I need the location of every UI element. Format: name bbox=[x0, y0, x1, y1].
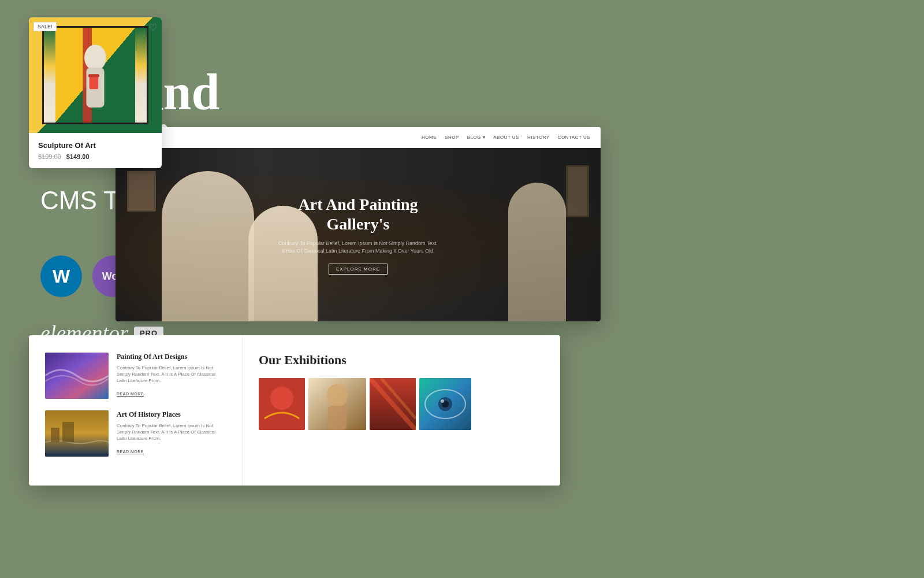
svg-point-16 bbox=[270, 387, 293, 410]
product-info: Sculpture Of Art $199.00 $149.00 bbox=[29, 133, 162, 168]
nav-links: HOME SHOP BLOG ▾ ABOUT US HISTORY CONTAC… bbox=[422, 135, 590, 140]
svg-rect-6 bbox=[88, 74, 99, 77]
bottom-screenshot: Painting Of Art Designs Contrary To Popu… bbox=[29, 335, 560, 486]
read-more-1[interactable]: READ MORE bbox=[117, 392, 144, 397]
exhibitions-section: Our Exhibitions bbox=[243, 335, 560, 486]
product-name: Sculpture Of Art bbox=[38, 141, 152, 150]
svg-rect-10 bbox=[568, 167, 587, 216]
nav-about[interactable]: ABOUT US bbox=[493, 135, 519, 140]
blog-post-1: Painting Of Art Designs Contrary To Popu… bbox=[45, 353, 226, 399]
exhibition-thumb-3 bbox=[370, 378, 416, 430]
blog-image-1 bbox=[45, 353, 109, 399]
main-website-screenshot: MUZEU HOME SHOP BLOG ▾ ABOUT US HISTORY … bbox=[116, 127, 601, 321]
svg-rect-14 bbox=[62, 422, 74, 442]
wordpress-icon: W bbox=[53, 266, 70, 287]
heart-icon[interactable]: ♡ bbox=[149, 22, 157, 33]
exhibition-thumb-2 bbox=[308, 378, 366, 430]
exhibitions-grid bbox=[259, 378, 544, 430]
nav-history[interactable]: HISTORY bbox=[527, 135, 550, 140]
wordpress-badge[interactable]: W bbox=[40, 255, 82, 297]
website-nav: MUZEU HOME SHOP BLOG ▾ ABOUT US HISTORY … bbox=[116, 127, 601, 148]
nav-shop[interactable]: SHOP bbox=[445, 135, 459, 140]
statue-silhouette-left bbox=[162, 171, 254, 321]
blog-post-title-2: Art Of History Places bbox=[117, 410, 226, 420]
blog-thumb-2 bbox=[45, 410, 109, 457]
blog-thumb-1 bbox=[45, 353, 109, 399]
blog-post-title-1: Painting Of Art Designs bbox=[117, 353, 226, 362]
nav-contact[interactable]: CONTACT US bbox=[558, 135, 590, 140]
price-old: $199.00 bbox=[38, 153, 61, 160]
svg-point-3 bbox=[84, 45, 106, 71]
explore-more-button[interactable]: EXPLORE MORE bbox=[329, 264, 388, 275]
hero-content: Art And PaintingGallery's Contrary To Po… bbox=[277, 195, 439, 274]
nav-home[interactable]: HOME bbox=[422, 135, 437, 140]
svg-rect-13 bbox=[51, 428, 59, 442]
blog-post-desc-2: Contrary To Popular Belief, Lorem ipsum … bbox=[117, 423, 226, 442]
exhibition-thumb-1 bbox=[259, 378, 305, 430]
svg-point-25 bbox=[441, 399, 444, 403]
svg-rect-5 bbox=[90, 75, 99, 89]
product-image: SALE! ♡ bbox=[29, 17, 162, 133]
exhibitions-title: Our Exhibitions bbox=[259, 353, 544, 368]
blog-post-desc-1: Contrary To Popular Belief, Lorem ipsum … bbox=[117, 365, 226, 384]
nav-blog[interactable]: BLOG ▾ bbox=[467, 135, 485, 140]
price-new: $149.00 bbox=[66, 153, 90, 160]
read-more-2[interactable]: READ MORE bbox=[117, 450, 144, 454]
statue-silhouette-right bbox=[508, 183, 566, 321]
hero-description: Contrary To Popular Belief, Lorem Ipsum … bbox=[277, 240, 439, 255]
svg-rect-19 bbox=[328, 406, 346, 430]
product-image-inner bbox=[42, 26, 148, 124]
hero-title: Art And PaintingGallery's bbox=[277, 195, 439, 234]
blog-text-2: Art Of History Places Contrary To Popula… bbox=[117, 410, 226, 457]
exhibition-thumb-4 bbox=[419, 378, 471, 430]
blog-image-2 bbox=[45, 410, 109, 457]
product-screenshot: SALE! ♡ bbox=[29, 17, 162, 168]
sale-badge: SALE! bbox=[33, 22, 57, 31]
product-price: $199.00 $149.00 bbox=[38, 153, 152, 160]
hero-section: Art And PaintingGallery's Contrary To Po… bbox=[116, 148, 601, 321]
blog-post-2: Art Of History Places Contrary To Popula… bbox=[45, 410, 226, 457]
blog-section: Painting Of Art Designs Contrary To Popu… bbox=[29, 335, 243, 486]
blog-text-1: Painting Of Art Designs Contrary To Popu… bbox=[117, 353, 226, 399]
statue-art-image bbox=[44, 28, 147, 123]
svg-rect-8 bbox=[129, 173, 154, 210]
svg-point-18 bbox=[327, 384, 348, 407]
